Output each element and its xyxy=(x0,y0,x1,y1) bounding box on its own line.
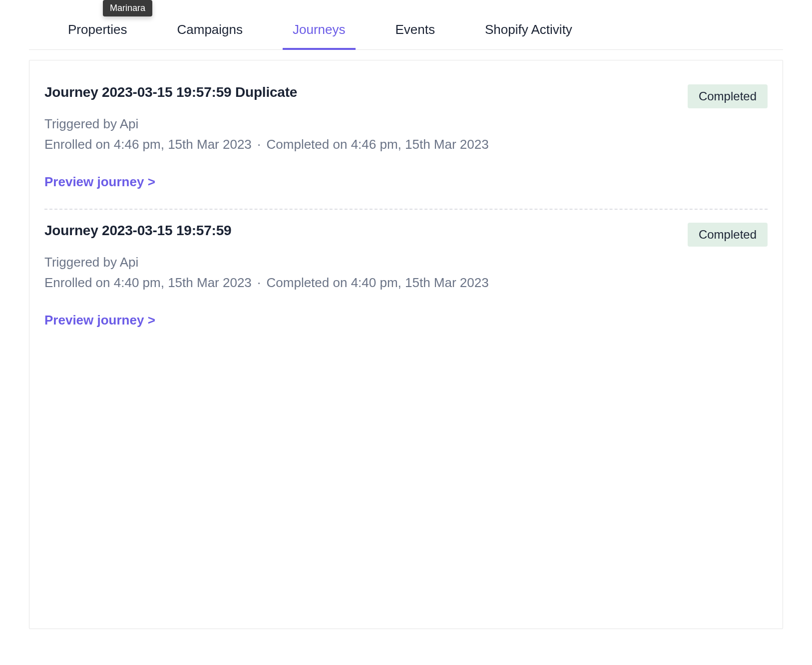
journeys-card: Journey 2023-03-15 19:57:59 Duplicate Co… xyxy=(29,60,783,629)
separator-dot: · xyxy=(255,137,263,152)
journey-item: Journey 2023-03-15 19:57:59 Completed Tr… xyxy=(44,213,768,341)
journey-item: Journey 2023-03-15 19:57:59 Duplicate Co… xyxy=(44,74,768,203)
journey-trigger: Triggered by Api xyxy=(44,255,768,270)
divider xyxy=(44,209,768,210)
page-wrapper: Properties Campaigns Journeys Events Sho… xyxy=(0,0,812,649)
tab-events[interactable]: Events xyxy=(386,14,445,49)
journey-trigger: Triggered by Api xyxy=(44,116,768,132)
tab-campaigns[interactable]: Campaigns xyxy=(167,14,253,49)
journey-completed: Completed on 4:40 pm, 15th Mar 2023 xyxy=(267,275,489,290)
tooltip-badge: Marinara xyxy=(103,0,152,16)
journey-enrolled: Enrolled on 4:40 pm, 15th Mar 2023 xyxy=(44,275,252,290)
tab-journeys[interactable]: Journeys xyxy=(283,14,356,49)
tab-properties[interactable]: Properties xyxy=(58,14,137,49)
journey-title: Journey 2023-03-15 19:57:59 Duplicate xyxy=(44,84,297,100)
journey-completed: Completed on 4:46 pm, 15th Mar 2023 xyxy=(267,137,489,152)
journey-enrolled: Enrolled on 4:46 pm, 15th Mar 2023 xyxy=(44,137,252,152)
journey-meta: Enrolled on 4:40 pm, 15th Mar 2023 · Com… xyxy=(44,275,768,291)
journey-header: Journey 2023-03-15 19:57:59 Completed xyxy=(44,223,768,247)
preview-journey-link[interactable]: Preview journey > xyxy=(44,313,155,328)
status-badge: Completed xyxy=(688,223,768,247)
journey-header: Journey 2023-03-15 19:57:59 Duplicate Co… xyxy=(44,84,768,108)
journey-title: Journey 2023-03-15 19:57:59 xyxy=(44,223,231,239)
tab-shopify-activity[interactable]: Shopify Activity xyxy=(475,14,582,49)
status-badge: Completed xyxy=(688,84,768,108)
journey-meta: Enrolled on 4:46 pm, 15th Mar 2023 · Com… xyxy=(44,137,768,152)
preview-journey-link[interactable]: Preview journey > xyxy=(44,174,155,190)
separator-dot: · xyxy=(255,275,263,290)
